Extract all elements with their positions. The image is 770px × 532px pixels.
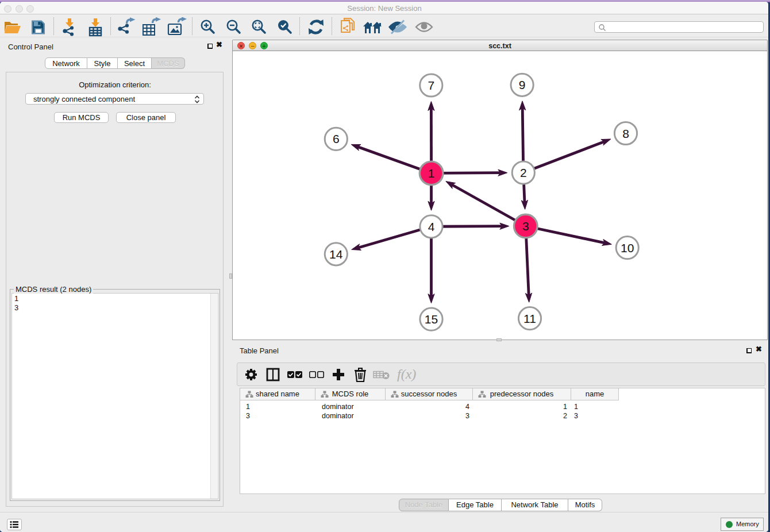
svg-text:8: 8: [622, 127, 629, 140]
svg-text:9: 9: [519, 78, 526, 91]
svg-text:11: 11: [523, 312, 536, 325]
svg-text:14: 14: [329, 248, 343, 261]
svg-text:15: 15: [425, 313, 438, 326]
svg-text:4: 4: [428, 220, 435, 233]
svg-text:7: 7: [428, 79, 434, 92]
svg-text:1: 1: [428, 167, 435, 180]
svg-text:2: 2: [520, 166, 527, 179]
svg-text:6: 6: [333, 132, 340, 145]
svg-text:3: 3: [522, 219, 529, 233]
svg-text:10: 10: [621, 241, 634, 255]
